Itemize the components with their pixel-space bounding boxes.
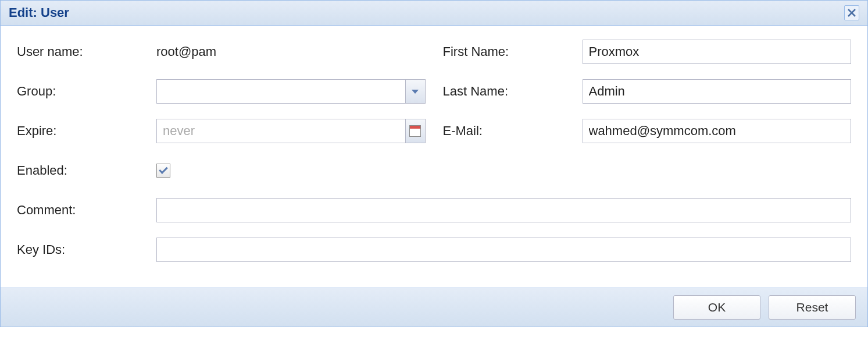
enabled-label: Enabled: bbox=[17, 163, 156, 178]
email-input[interactable] bbox=[583, 119, 852, 143]
keyids-input[interactable] bbox=[156, 238, 851, 262]
comment-input[interactable] bbox=[156, 198, 851, 222]
expire-datefield[interactable] bbox=[156, 119, 426, 143]
group-dropdown-trigger[interactable] bbox=[405, 80, 424, 103]
reset-button[interactable]: Reset bbox=[769, 295, 856, 320]
close-button[interactable] bbox=[844, 5, 859, 20]
comment-label: Comment: bbox=[17, 203, 156, 218]
chevron-down-icon bbox=[412, 90, 419, 94]
expire-date-trigger[interactable] bbox=[405, 119, 424, 143]
username-value: root@pam bbox=[156, 44, 216, 59]
close-icon bbox=[848, 6, 856, 20]
button-bar: OK Reset bbox=[1, 288, 867, 327]
expire-input[interactable] bbox=[157, 119, 405, 143]
enabled-checkbox[interactable] bbox=[156, 164, 170, 178]
username-label: User name: bbox=[17, 44, 156, 59]
expire-label: Expire: bbox=[17, 123, 156, 139]
right-column: First Name: Last Name: E-Mail: bbox=[443, 40, 852, 198]
group-input[interactable] bbox=[157, 80, 405, 103]
lastname-input[interactable] bbox=[583, 79, 852, 104]
firstname-input[interactable] bbox=[583, 40, 852, 64]
checkmark-icon bbox=[159, 165, 168, 174]
titlebar: Edit: User bbox=[1, 1, 867, 26]
left-column: User name: root@pam Group: Expire: bbox=[17, 40, 426, 198]
edit-user-dialog: Edit: User User name: root@pam Group: bbox=[0, 0, 868, 327]
email-label: E-Mail: bbox=[443, 123, 583, 139]
keyids-label: Key IDs: bbox=[17, 242, 156, 257]
firstname-label: First Name: bbox=[443, 44, 583, 59]
calendar-icon bbox=[409, 125, 421, 137]
ok-button[interactable]: OK bbox=[673, 295, 760, 320]
lastname-label: Last Name: bbox=[443, 84, 583, 99]
group-combobox[interactable] bbox=[156, 79, 426, 104]
group-label: Group: bbox=[17, 84, 156, 99]
dialog-body: User name: root@pam Group: Expire: bbox=[1, 26, 867, 288]
dialog-title: Edit: User bbox=[9, 5, 69, 20]
